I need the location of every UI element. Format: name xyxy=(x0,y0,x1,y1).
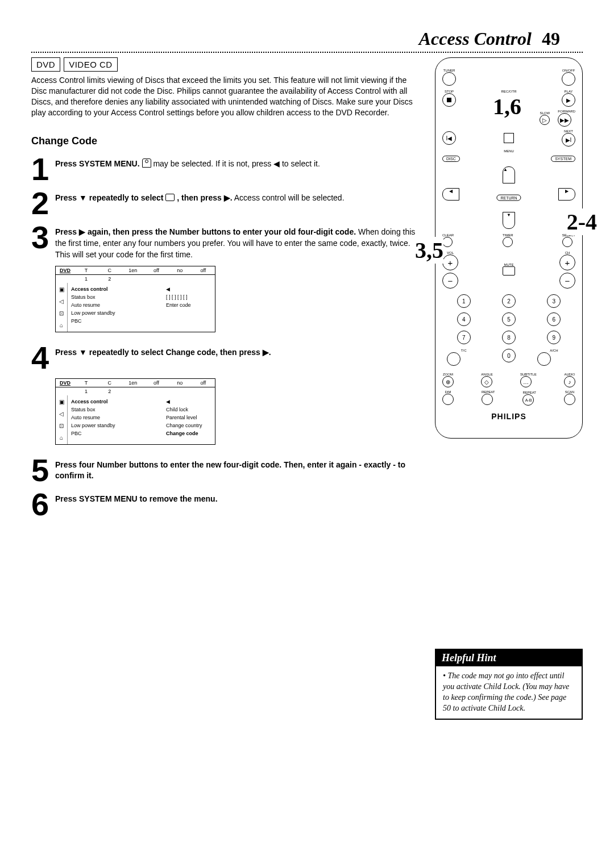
step-1-bold: Press SYSTEM MENU. xyxy=(55,159,140,168)
scan-button[interactable] xyxy=(564,394,575,405)
repeat-ab-button[interactable]: A-B xyxy=(522,394,534,406)
menu-head-logo: DVD xyxy=(56,379,74,387)
return-button[interactable]: RETURN xyxy=(496,195,521,201)
ch-up-button[interactable]: + xyxy=(559,254,575,270)
step-1: 1 Press SYSTEM MENU. may be selected. If… xyxy=(31,155,420,183)
system-button[interactable]: SYSTEM xyxy=(551,156,575,162)
num-3-button[interactable]: 3 xyxy=(547,294,561,308)
menu-table-1: DVD T C 1en off no off 1 2 ▣◁⊡⌂ Access c… xyxy=(55,266,215,332)
step-number: 5 xyxy=(31,456,55,485)
step-2-rest: Access control will be selected. xyxy=(234,193,345,202)
num-1-button[interactable]: 1 xyxy=(457,294,471,308)
subtitle-button[interactable]: … xyxy=(520,376,532,387)
tc-button[interactable] xyxy=(447,352,460,366)
menu-head: DVD T C 1en off no off xyxy=(56,379,215,387)
divider xyxy=(31,52,583,53)
forward-button[interactable]: ▶▶ xyxy=(558,113,571,127)
page-number: 49 xyxy=(542,28,560,49)
callout-16: 1,6 xyxy=(493,93,521,120)
audio-button[interactable]: ♪ xyxy=(564,376,575,387)
menu-head-logo: DVD xyxy=(56,266,74,274)
ach-button[interactable] xyxy=(537,352,551,366)
dim-button[interactable] xyxy=(442,394,454,405)
slow-button[interactable]: ▷ xyxy=(540,115,550,125)
play-button[interactable]: ▶ xyxy=(562,93,575,107)
section-heading: Change Code xyxy=(31,135,420,147)
helpful-hint: Helpful Hint The code may not go into ef… xyxy=(435,649,583,720)
step-number: 4 xyxy=(31,344,55,372)
dpad-up[interactable]: ▲ xyxy=(503,166,515,183)
num-5-button[interactable]: 5 xyxy=(502,312,516,326)
num-4-button[interactable]: 4 xyxy=(457,312,471,326)
vol-up-button[interactable]: + xyxy=(442,254,458,270)
menu-icons: ▣◁⊡⌂ xyxy=(56,395,68,444)
clear-button[interactable] xyxy=(442,237,453,247)
angle-button[interactable]: ◇ xyxy=(481,376,492,387)
person-icon xyxy=(142,158,151,168)
number-pad: 1 2 3 4 5 6 7 8 9 T/C 0 A/CH xyxy=(447,294,571,367)
step-number: 1 xyxy=(31,155,55,183)
onoff-button[interactable] xyxy=(562,72,575,86)
step-6-bold: Press SYSTEM MENU to remove the menu. xyxy=(55,494,218,503)
callout-35: 3,5 xyxy=(415,237,443,264)
menu-icons: ▣◁⊡⌂ xyxy=(56,283,68,332)
step-body: Press ▼ repeatedly to select , then pres… xyxy=(55,189,420,204)
remote-control: 1,6 2-4 3,5 TUNER ON/OFF STOP REC/OTR PL… xyxy=(435,57,583,439)
step-2-mid: , then press ▶. xyxy=(177,193,232,202)
page-title: Access Control 49 xyxy=(31,28,583,49)
menu-body: ▣◁⊡⌂ Access control Status box Auto resu… xyxy=(56,395,215,444)
dpad-left[interactable]: ◀ xyxy=(442,188,459,201)
num-0-button[interactable]: 0 xyxy=(502,349,516,362)
hint-title: Helpful Hint xyxy=(436,650,582,666)
step-body: Press SYSTEM MENU. may be selected. If i… xyxy=(55,155,420,170)
num-7-button[interactable]: 7 xyxy=(457,331,471,344)
step-2-bold: Press ▼ repeatedly to select xyxy=(55,193,165,202)
dpad-right[interactable]: ▶ xyxy=(558,188,575,201)
num-8-button[interactable]: 8 xyxy=(502,331,516,344)
step-number: 6 xyxy=(31,490,55,519)
step-3-bold: Press ▶ again, then press the Number but… xyxy=(55,227,356,236)
menu-right-list: ◀ Child lock Parental level Change count… xyxy=(163,395,215,444)
dpad: ▲ ◀ ▶ ▼ RETURN xyxy=(442,166,575,229)
step-4: 4 Press ▼ repeatedly to select Change co… xyxy=(31,344,420,372)
remote-row: TUNER ON/OFF xyxy=(442,69,575,87)
next-button[interactable]: ▶I xyxy=(562,133,575,147)
step-body: Press four Number buttons to enter the n… xyxy=(55,456,420,482)
dpad-down[interactable]: ▼ xyxy=(503,212,515,229)
menu-body: ▣◁⊡⌂ Access control Status box Auto resu… xyxy=(56,283,215,332)
menu-left-list: Access control Status box Auto resume Lo… xyxy=(68,395,163,444)
step-6: 6 Press SYSTEM MENU to remove the menu. xyxy=(31,490,420,519)
right-column: 1,6 2-4 3,5 TUNER ON/OFF STOP REC/OTR PL… xyxy=(435,57,583,720)
step-5: 5 Press four Number buttons to enter the… xyxy=(31,456,420,485)
left-column: DVD VIDEO CD Access Control limits viewi… xyxy=(31,57,420,524)
vol-down-button[interactable]: − xyxy=(442,273,458,289)
select-button[interactable] xyxy=(562,237,572,247)
step-4-bold: Press ▼ repeatedly to select Change code… xyxy=(55,348,271,357)
step-5-bold: Press four Number buttons to enter the n… xyxy=(55,460,405,481)
badges: DVD VIDEO CD xyxy=(31,57,420,72)
num-2-button[interactable]: 2 xyxy=(502,294,516,308)
disc-button[interactable]: DISC xyxy=(442,156,460,162)
step-body: Press SYSTEM MENU to remove the menu. xyxy=(55,490,420,505)
intro-text: Access Control limits viewing of Discs t… xyxy=(31,75,420,118)
step-body: Press ▶ again, then press the Number but… xyxy=(55,223,420,260)
menu-table-2: DVD T C 1en off no off 1 2 ▣◁⊡⌂ Access c… xyxy=(55,378,215,445)
badge-dvd: DVD xyxy=(31,57,60,72)
repeat-button[interactable] xyxy=(482,394,493,405)
mute-button[interactable] xyxy=(503,266,515,276)
menu-left-list: Access control Status box Auto resume Lo… xyxy=(68,283,163,332)
num-6-button[interactable]: 6 xyxy=(547,312,561,326)
step-number: 3 xyxy=(31,223,55,252)
menu-head: DVD T C 1en off no off xyxy=(56,266,215,275)
prev-button[interactable]: I◀ xyxy=(442,131,456,145)
zoom-button[interactable]: ⊕ xyxy=(442,376,454,387)
timer-button[interactable] xyxy=(503,237,513,247)
stop-button[interactable] xyxy=(442,93,456,107)
layout: DVD VIDEO CD Access Control limits viewi… xyxy=(31,57,583,720)
vol-ch-row: VOL + − MUTE CH + − xyxy=(442,251,575,289)
num-9-button[interactable]: 9 xyxy=(547,331,561,344)
step-number: 2 xyxy=(31,189,55,218)
tuner-button[interactable] xyxy=(442,72,456,86)
ch-down-button[interactable]: − xyxy=(559,273,575,289)
tbev-button[interactable] xyxy=(504,133,514,143)
